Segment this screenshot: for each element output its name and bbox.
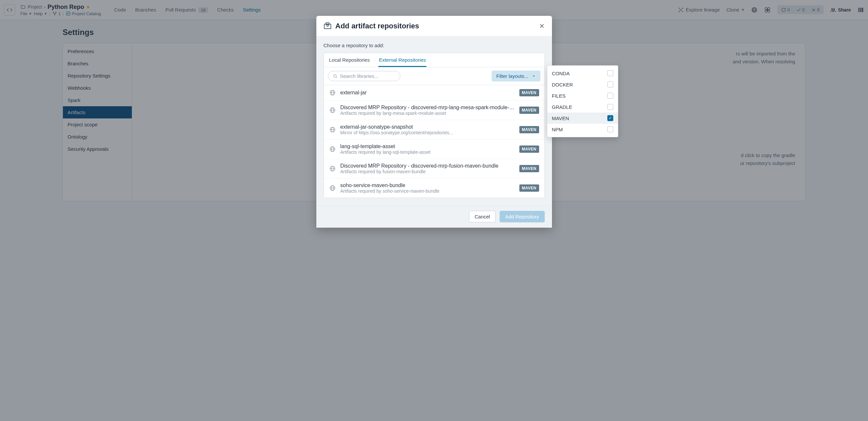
repo-name: lang-sql-template-asset — [340, 143, 515, 149]
tab-external-repos[interactable]: External Repositories — [378, 53, 427, 67]
repo-row[interactable]: external-jarMAVEN — [324, 85, 545, 101]
svg-line-21 — [336, 77, 337, 78]
tab-local-repos[interactable]: Local Repositories — [329, 53, 370, 67]
repo-name: external-jar — [340, 90, 515, 96]
globe-icon — [329, 165, 336, 172]
search-libraries-input[interactable] — [328, 71, 400, 81]
repo-type-badge: MAVEN — [519, 107, 539, 114]
filter-option-label: FILES — [552, 93, 566, 99]
filter-option-label: CONDA — [552, 71, 570, 76]
modal-close-button[interactable]: ✕ — [539, 22, 545, 30]
globe-icon — [329, 146, 336, 152]
repo-desc: Mirror of https://oss.sonatype.org/conte… — [340, 130, 515, 135]
filter-option-npm[interactable]: NPM — [547, 124, 618, 135]
filter-layouts-button[interactable]: Filter layouts... — [492, 71, 540, 82]
search-icon — [333, 74, 337, 79]
add-repository-button[interactable]: Add Repository — [500, 211, 545, 222]
search-input-field[interactable] — [340, 73, 396, 79]
globe-icon — [329, 185, 336, 191]
filter-option-conda[interactable]: CONDA — [547, 68, 618, 79]
checkbox[interactable] — [607, 82, 613, 87]
filter-option-docker[interactable]: DOCKER — [547, 79, 618, 90]
repo-desc: Artifacts required by fusion-maven-bundl… — [340, 169, 515, 174]
repo-name: external-jar-sonatype-snapshot — [340, 124, 515, 130]
repo-desc: Artifacts required by lang-sql-template-… — [340, 149, 515, 155]
repo-desc: Artifacts required by lang-mesa-spark-mo… — [340, 111, 515, 116]
globe-icon — [329, 127, 336, 133]
repo-type-badge: MAVEN — [519, 89, 539, 96]
repo-name: soho-service-maven-bundle — [340, 183, 515, 188]
repo-name: Discovered MRP Repository - discovered-m… — [340, 105, 515, 111]
checkbox[interactable] — [607, 70, 613, 76]
cancel-button[interactable]: Cancel — [469, 211, 496, 222]
repo-type-badge: MAVEN — [519, 165, 539, 172]
checkbox[interactable] — [607, 93, 613, 99]
repo-row[interactable]: lang-sql-template-assetArtifacts require… — [324, 140, 545, 159]
artifact-icon — [323, 22, 332, 30]
globe-icon — [329, 89, 336, 96]
filter-option-label: NPM — [552, 127, 563, 132]
modal-title: Add artifact repositories — [336, 22, 419, 30]
modal-overlay[interactable]: Add artifact repositories ✕ Choose a rep… — [0, 0, 868, 421]
repo-name: Discovered MRP Repository - discovered-m… — [340, 163, 515, 169]
caret-down-icon — [532, 74, 536, 78]
repo-type-badge: MAVEN — [519, 145, 539, 153]
add-artifact-modal: Add artifact repositories ✕ Choose a rep… — [316, 16, 552, 228]
filter-popover: CONDADOCKERFILESGRADLEMAVEN✓NPM — [547, 65, 618, 137]
svg-point-20 — [334, 75, 336, 77]
checkbox[interactable]: ✓ — [607, 115, 613, 121]
repo-row[interactable]: Discovered MRP Repository - discovered-m… — [324, 101, 545, 120]
filter-option-files[interactable]: FILES — [547, 90, 618, 101]
repo-row[interactable]: soho-service-maven-bundleArtifacts requi… — [324, 178, 545, 198]
filter-option-label: DOCKER — [552, 82, 573, 87]
filter-option-label: GRADLE — [552, 104, 572, 110]
filter-option-label: MAVEN — [552, 115, 569, 121]
repo-type-badge: MAVEN — [519, 126, 539, 133]
checkbox[interactable] — [607, 104, 613, 110]
globe-icon — [329, 107, 336, 113]
filter-option-gradle[interactable]: GRADLE — [547, 101, 618, 113]
repo-row[interactable]: external-jar-sonatype-snapshotMirror of … — [324, 120, 545, 140]
repo-type-badge: MAVEN — [519, 185, 539, 192]
modal-prompt: Choose a repository to add: — [323, 43, 545, 48]
repo-row[interactable]: Discovered MRP Repository - discovered-m… — [324, 159, 545, 178]
repo-desc: Artifacts required by soho-service-maven… — [340, 188, 515, 194]
checkbox[interactable] — [607, 127, 613, 132]
repo-list: external-jarMAVENDiscovered MRP Reposito… — [324, 85, 545, 198]
filter-option-maven[interactable]: MAVEN✓ — [547, 113, 618, 124]
